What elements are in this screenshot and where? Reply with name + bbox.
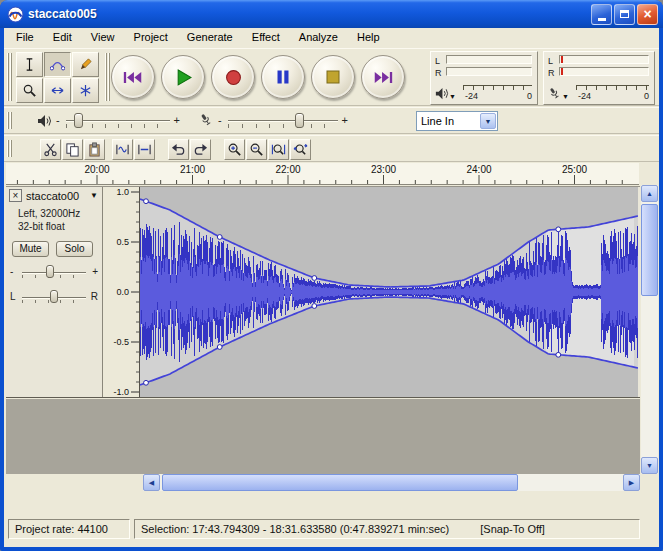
edit-gripper[interactable] xyxy=(7,140,13,158)
record-meter-right-bar xyxy=(559,67,649,76)
gain-thumb[interactable] xyxy=(46,265,54,278)
trim-button[interactable] xyxy=(112,139,133,160)
scroll-up-button[interactable]: ▲ xyxy=(641,185,658,202)
stop-button[interactable] xyxy=(311,55,355,99)
mute-button[interactable]: Mute xyxy=(12,241,49,257)
play-meter-scale: -24 0 xyxy=(463,85,532,102)
menu-view[interactable]: View xyxy=(83,28,123,45)
pan-slider[interactable]: L R xyxy=(10,288,98,308)
maximize-button[interactable] xyxy=(614,4,635,25)
vertical-scrollbar[interactable]: ▲ ▼ xyxy=(641,185,658,474)
timeshift-tool-button[interactable] xyxy=(44,78,71,103)
vertical-scroll-track[interactable] xyxy=(641,202,658,457)
scroll-right-button[interactable]: ▶ xyxy=(623,474,640,491)
play-meter[interactable]: L R ▼ -24 0 xyxy=(430,51,538,105)
edit-toolbar xyxy=(4,135,659,162)
track-close-button[interactable]: × xyxy=(9,189,22,202)
play-meter-left-label: L xyxy=(435,56,443,66)
pan-left-label: L xyxy=(10,291,16,302)
menu-generate[interactable]: Generate xyxy=(179,28,241,45)
mixer-gripper[interactable] xyxy=(7,112,13,130)
play-button[interactable] xyxy=(161,55,205,99)
copy-button[interactable] xyxy=(62,139,83,160)
selection-text: Selection: 17:43.794309 - 18:31.633580 (… xyxy=(141,523,449,535)
pan-thumb[interactable] xyxy=(50,290,58,303)
input-source-value: Line In xyxy=(421,115,454,127)
scroll-left-button[interactable]: ◀ xyxy=(143,474,160,491)
minus-label: - xyxy=(218,114,222,126)
rewind-button[interactable] xyxy=(111,55,155,99)
fit-selection-button[interactable] xyxy=(268,139,289,160)
redo-button[interactable] xyxy=(190,139,211,160)
zoom-tool-button[interactable] xyxy=(16,78,43,103)
track-menu-dropdown-icon[interactable]: ▼ xyxy=(90,191,98,200)
envelope-tool-button[interactable] xyxy=(44,52,71,77)
input-source-combo[interactable]: Line In ▼ xyxy=(416,111,498,131)
solo-button[interactable]: Solo xyxy=(56,241,93,257)
track-format-info: Left, 32000Hz xyxy=(18,208,80,219)
undo-button[interactable] xyxy=(168,139,189,160)
scroll-down-button[interactable]: ▼ xyxy=(641,457,658,474)
fit-project-button[interactable] xyxy=(290,139,311,160)
menu-effect[interactable]: Effect xyxy=(244,28,288,45)
titlebar[interactable]: staccato005 × xyxy=(0,0,663,28)
input-volume-thumb[interactable] xyxy=(295,113,304,128)
draw-tool-button[interactable] xyxy=(72,52,99,77)
zoom-in-button[interactable] xyxy=(224,139,245,160)
svg-text:25:00: 25:00 xyxy=(562,164,587,175)
pencil-icon xyxy=(78,57,93,72)
track-title[interactable]: staccato00 xyxy=(26,190,79,202)
svg-text:21:00: 21:00 xyxy=(180,164,205,175)
statusbar: Project rate: 44100 Selection: 17:43.794… xyxy=(6,517,657,541)
horizontal-scroll-thumb[interactable] xyxy=(162,474,518,491)
silence-button[interactable] xyxy=(134,139,155,160)
gain-slider[interactable]: - + xyxy=(10,263,98,283)
pause-button[interactable] xyxy=(261,55,305,99)
vertical-ruler[interactable]: 1.00.50.0-0.5-1.0 xyxy=(103,187,140,397)
record-button[interactable] xyxy=(211,55,255,99)
play-meter-dropdown-icon[interactable]: ▼ xyxy=(449,93,456,100)
plus-label: + xyxy=(342,114,348,126)
paste-button[interactable] xyxy=(84,139,105,160)
menu-edit[interactable]: Edit xyxy=(45,28,80,45)
timeline-ruler[interactable]: 20:0021:0022:0023:0024:0025:00 xyxy=(6,163,639,185)
record-meter[interactable]: L R ▼ -24 0 xyxy=(543,51,655,105)
gain-minus-label: - xyxy=(10,266,13,277)
waveform-display[interactable] xyxy=(140,187,638,397)
close-button[interactable]: × xyxy=(637,4,658,25)
minus-label: - xyxy=(56,114,60,126)
microphone-icon xyxy=(547,86,562,101)
cut-button[interactable] xyxy=(40,139,61,160)
pause-icon xyxy=(275,69,291,85)
audio-track: × staccato00 ▼ Left, 32000Hz 32-bit floa… xyxy=(6,186,640,398)
minimize-button[interactable] xyxy=(591,4,612,25)
track-depth-info: 32-bit float xyxy=(18,221,65,232)
record-meter-dropdown-icon[interactable]: ▼ xyxy=(562,93,569,100)
zoom-out-button[interactable] xyxy=(246,139,267,160)
menu-file[interactable]: File xyxy=(8,28,42,45)
forward-button[interactable] xyxy=(361,55,405,99)
horizontal-scroll-track[interactable] xyxy=(160,474,623,491)
menu-project[interactable]: Project xyxy=(126,28,176,45)
scale-ticks xyxy=(463,86,532,90)
input-volume-slider[interactable]: - + xyxy=(218,110,348,133)
output-volume-slider[interactable]: - + xyxy=(56,110,180,133)
double-arrow-icon xyxy=(50,83,65,98)
multi-tool-button[interactable] xyxy=(72,78,99,103)
horizontal-scrollbar[interactable]: ◀ ▶ xyxy=(143,474,640,491)
output-volume-thumb[interactable] xyxy=(74,113,83,128)
svg-text:22:00: 22:00 xyxy=(275,164,300,175)
arrow-right-icon: ▶ xyxy=(629,479,634,487)
svg-text:0.0: 0.0 xyxy=(116,287,129,297)
menu-analyze[interactable]: Analyze xyxy=(291,28,346,45)
menu-help[interactable]: Help xyxy=(349,28,388,45)
vertical-scroll-thumb[interactable] xyxy=(641,204,658,296)
multi-tool-icon xyxy=(78,83,93,98)
combo-dropdown-button[interactable]: ▼ xyxy=(480,113,496,129)
toolbar-gripper[interactable] xyxy=(7,53,13,100)
empty-track-area[interactable] xyxy=(6,399,640,474)
slider-track xyxy=(228,120,338,122)
project-rate-label: Project rate: xyxy=(15,523,74,535)
selection-tool-button[interactable] xyxy=(16,52,43,77)
app-icon xyxy=(7,6,24,23)
